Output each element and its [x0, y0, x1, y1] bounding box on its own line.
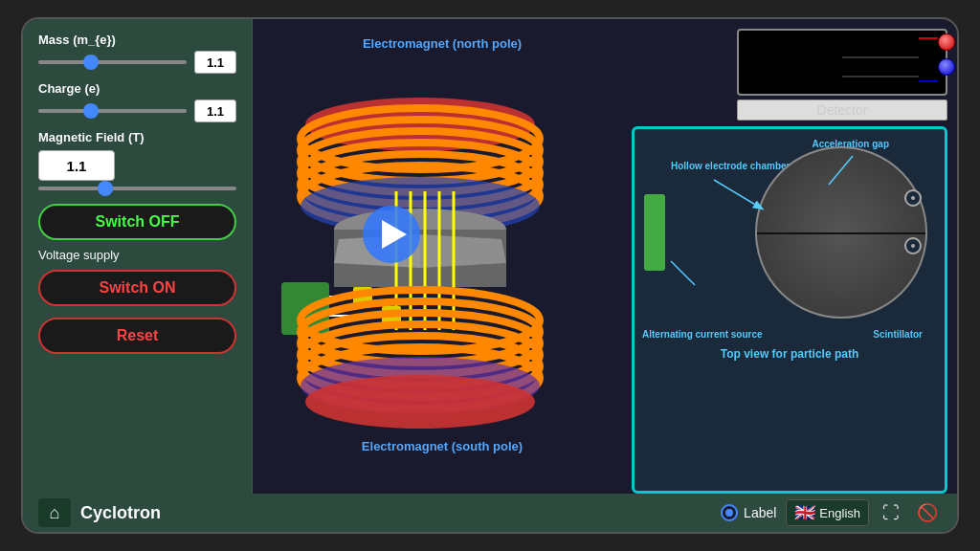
detector-section: Detector — [632, 29, 947, 121]
magfield-value[interactable]: 1.1 — [38, 150, 115, 181]
dot-symbol-1 — [904, 189, 922, 207]
app-title: Cyclotron — [80, 503, 711, 523]
magfield-control: Magnetic Field (T) 1.1 — [38, 130, 236, 190]
top-view-title: Top view for particle path — [642, 347, 937, 361]
mass-value[interactable]: 1.1 — [194, 51, 236, 74]
charge-control: Charge (e) 1.1 — [38, 81, 236, 122]
switch-off-button[interactable]: Switch OFF — [38, 204, 236, 240]
svg-line-32 — [714, 180, 762, 209]
play-icon — [382, 220, 407, 249]
charge-slider-thumb[interactable] — [83, 103, 99, 119]
play-button[interactable] — [363, 206, 420, 263]
left-panel: Mass (m_{e}) 1.1 Charge (e) 1.1 — [23, 19, 253, 494]
bottom-bar: ⌂ Cyclotron Label 🇬🇧 English ⛶ 🚫 — [23, 494, 957, 532]
ac-source-label: Alternating current source — [642, 329, 763, 340]
svg-line-34 — [671, 261, 695, 285]
flag-icon: 🇬🇧 — [794, 502, 815, 523]
led-blue — [938, 58, 955, 76]
right-panel: Detector Acceleration gap Hollow electro… — [632, 19, 957, 494]
charge-value[interactable]: 1.1 — [194, 99, 236, 122]
dot-symbol-2 — [904, 237, 922, 254]
detector-leds — [938, 33, 955, 76]
center-area: Electromagnet (north pole) — [253, 19, 632, 494]
top-view-container: Acceleration gap Hollow electrode chambe… — [632, 126, 947, 494]
language-label: English — [819, 506, 860, 520]
hollow-electrode-label: Hollow electrode chamber — [671, 161, 790, 171]
language-button[interactable]: 🇬🇧 English — [786, 499, 869, 526]
voltage-supply-label: Voltage supply — [38, 248, 236, 262]
magfield-slider-thumb[interactable] — [98, 181, 113, 196]
label-toggle[interactable]: Label — [721, 504, 776, 521]
switch-on-button[interactable]: Switch ON — [38, 270, 236, 306]
magfield-slider[interactable] — [38, 187, 236, 190]
cyclotron-3d-illustration — [253, 43, 578, 474]
fullscreen-button[interactable]: ⛶ — [879, 501, 903, 525]
home-icon: ⌂ — [50, 503, 60, 523]
mass-slider[interactable] — [38, 60, 187, 64]
led-red — [938, 33, 955, 51]
ac-source-box — [644, 194, 665, 271]
settings-button[interactable]: 🚫 — [913, 500, 942, 525]
mass-label: Mass (m_{e}) — [38, 33, 236, 47]
charge-slider[interactable] — [38, 109, 187, 113]
reset-button[interactable]: Reset — [38, 318, 236, 354]
mass-slider-thumb[interactable] — [83, 55, 99, 70]
label-radio-dot — [725, 509, 733, 517]
top-view-inner: Acceleration gap Hollow electrode chambe… — [642, 137, 937, 347]
chamber-circle — [755, 146, 927, 319]
svg-point-27 — [305, 375, 535, 429]
electromagnet-bottom-label: Electromagnet (south pole) — [362, 439, 523, 453]
charge-label: Charge (e) — [38, 81, 236, 96]
scintillator-label: Scintillator — [873, 329, 923, 340]
label-text: Label — [744, 505, 776, 520]
mass-control: Mass (m_{e}) 1.1 — [38, 33, 236, 74]
magfield-label: Magnetic Field (T) — [38, 130, 236, 144]
label-radio[interactable] — [721, 504, 738, 521]
home-button[interactable]: ⌂ — [38, 498, 71, 527]
